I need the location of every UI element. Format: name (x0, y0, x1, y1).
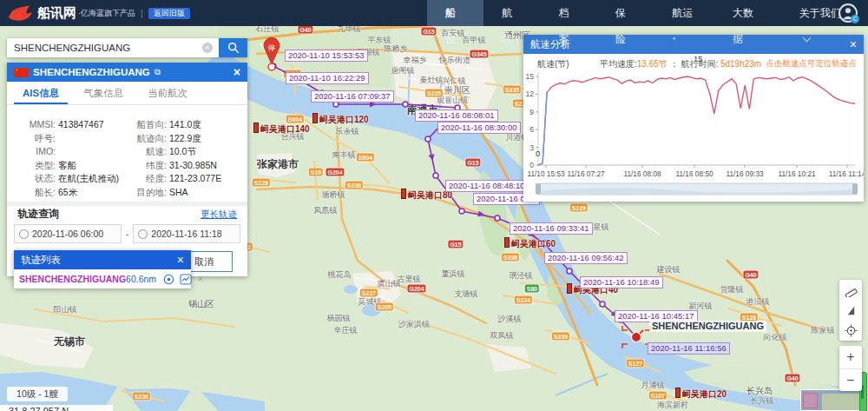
user-avatar[interactable]: C (838, 3, 858, 23)
tab-气象信息[interactable]: 气象信息 (75, 82, 132, 104)
x-tick-label: 11/16 07:27 (567, 169, 605, 178)
ais-field: 船首向:141.0度 (123, 118, 242, 132)
chevron-down-icon (802, 34, 811, 43)
date-separator: - (126, 229, 129, 239)
ais-field: 呼号: (12, 132, 123, 146)
section-divider (7, 202, 247, 206)
clear-search-icon[interactable]: × (202, 43, 213, 53)
x-tick-label: 11/16 11:14 (829, 169, 864, 178)
nav-item-航线[interactable]: 航线 (483, 0, 540, 26)
ais-field: MMSI:413847467 (12, 118, 123, 132)
track-list-header: 轨迹列表 × (14, 250, 191, 269)
ship-title: SHENCHENGZHIGUANG (33, 63, 150, 82)
old-version-button[interactable]: 返回旧版 (148, 8, 190, 19)
track-list-panel: 轨迹列表 × SHENCHENGZHIGUANG 60.6nm × (14, 250, 191, 288)
date-range-row: 2020-11-06 06:00 - 2020-11-16 11:18 (14, 224, 240, 243)
ais-field: IMO: (12, 145, 123, 159)
top-nav: 船讯网 ·亿海蓝旗下产品 | 返回旧版 船位航线档案保险航运+大数据关于我们 C (0, 0, 868, 26)
x-tick-label: 11/16 09:33 (726, 169, 764, 178)
close-icon[interactable]: × (233, 63, 240, 82)
brand-name[interactable]: 船讯网 (37, 5, 76, 22)
track-distance: 60.6nm (126, 274, 156, 284)
longer-track-link[interactable]: 更长轨迹 (201, 209, 237, 221)
tab-AIS信息[interactable]: AIS信息 (14, 82, 68, 104)
chart-hint: 点击航速点可定位轨迹点 (766, 58, 858, 70)
tab-当前航次[interactable]: 当前航次 (139, 82, 196, 104)
slider-handle-left (536, 183, 541, 195)
track-list-row: SHENCHENGZHIGUANG 60.6nm × (14, 269, 191, 288)
y-tick-label: 9 (529, 108, 534, 116)
search-bar: × (7, 38, 247, 57)
clock-icon (19, 229, 29, 239)
speed-analysis-panel: 航速分析 × 航速(节) 平均速度:13.65节 ； 航行时间: 5d19h23… (523, 35, 864, 202)
locate-icon[interactable] (845, 324, 858, 337)
ais-field: 纬度:31-30.985N (123, 159, 242, 173)
ais-field: 航迹向:122.9度 (123, 132, 242, 146)
search-button[interactable] (219, 38, 247, 57)
measure-ruler-icon[interactable] (845, 284, 858, 297)
external-link-icon[interactable]: ⧉ (155, 63, 161, 82)
close-icon[interactable]: × (850, 35, 857, 54)
minimap-viewport (803, 393, 818, 408)
zoom-control: + − (839, 346, 862, 391)
date-from-input[interactable]: 2020-11-06 06:00 (14, 224, 122, 243)
speed-line-chart[interactable]: 0369121511/10 15:5311/16 07:2711/16 08:0… (523, 70, 864, 202)
avatar-badge: C (851, 15, 859, 23)
ship-panel-header: SHENCHENGZHIGUANG ⧉ × (7, 63, 247, 82)
speed-series-line (538, 76, 855, 165)
zoom-in-button[interactable]: + (839, 346, 862, 368)
min-value-label: 0 (536, 149, 540, 158)
close-icon[interactable]: × (177, 250, 184, 269)
x-tick-label: 11/16 08:50 (675, 169, 713, 178)
slider-handle-right (852, 183, 858, 195)
app-window: 停 南通市无锡市张家港市通州区崇川区锡山区石庄镇九华镇百安镇百甲镇平东镇陈桥乡平… (0, 0, 868, 411)
avg-speed-stats: 平均速度:13.65节 ； 航行时间: 5d19h23m (600, 58, 761, 70)
track-query-title: 轨迹查询 (17, 207, 59, 222)
search-icon (227, 42, 240, 54)
speed-panel-header: 航速分析 × (523, 35, 864, 54)
speed-chart-icon[interactable] (180, 274, 192, 285)
nav-item-档案[interactable]: 档案 (541, 0, 597, 26)
x-tick-label: 11/16 10:21 (778, 169, 816, 178)
zoom-out-button[interactable]: − (839, 368, 862, 391)
nav-item-大数据[interactable]: 大数据 (714, 0, 781, 26)
nav-divider: | (141, 8, 143, 18)
visibility-icon[interactable] (163, 274, 174, 285)
protractor-icon[interactable] (845, 305, 857, 316)
track-ship-name[interactable]: SHENCHENGZHIGUANG (19, 274, 126, 284)
y-tick-label: 6 (529, 125, 534, 134)
search-input[interactable] (7, 38, 219, 57)
ship-info-panel: SHENCHENGZHIGUANG ⧉ × AIS信息气象信息当前航次 MMSI… (7, 63, 247, 276)
max-value-label: 15 (694, 54, 703, 63)
x-tick-label: 11/16 08:08 (623, 169, 661, 178)
china-flag-icon (14, 68, 29, 77)
y-tick-label: 15 (526, 72, 535, 81)
ais-field: 类型:客船 (12, 159, 123, 173)
brand-subtitle: ·亿海蓝旗下产品 (78, 8, 135, 19)
zoom-level-badge: 10级 - 1艘 (7, 387, 68, 401)
ais-field: 船长:65米 (12, 186, 123, 200)
ais-field: 目的地:SHA (123, 186, 242, 200)
clock-icon (138, 229, 148, 239)
ais-field: 航速:10.0节 (123, 145, 242, 159)
y-axis-title: 航速(节) (537, 58, 569, 70)
x-tick-label: 11/10 15:53 (527, 169, 565, 178)
remove-track-icon[interactable]: × (197, 273, 203, 285)
ais-field: 状态:在航(主机推动) (12, 172, 123, 186)
y-tick-label: 3 (529, 143, 534, 152)
brand-logo-icon (7, 3, 33, 23)
y-tick-label: 12 (526, 89, 535, 98)
date-to-input[interactable]: 2020-11-16 11:18 (133, 224, 240, 243)
nav-item-航运[interactable]: 航运+ (654, 0, 714, 26)
ais-field: 经度:121-23.077E (123, 172, 242, 186)
map-toolbox (839, 280, 862, 341)
nav-item-船位[interactable]: 船位 (427, 0, 483, 26)
nav-item-保险[interactable]: 保险 (597, 0, 654, 26)
ship-tabs: AIS信息气象信息当前航次 (7, 82, 247, 105)
nav-menu: 船位航线档案保险航运+大数据关于我们 (427, 0, 868, 26)
minimap[interactable] (800, 389, 868, 411)
ais-fields: MMSI:413847467船首向:141.0度呼号:航迹向:122.9度IMO… (12, 118, 242, 199)
coordinate-readout: 31 8 27.957 N (0, 405, 113, 411)
y-tick-label: 0 (529, 161, 534, 169)
